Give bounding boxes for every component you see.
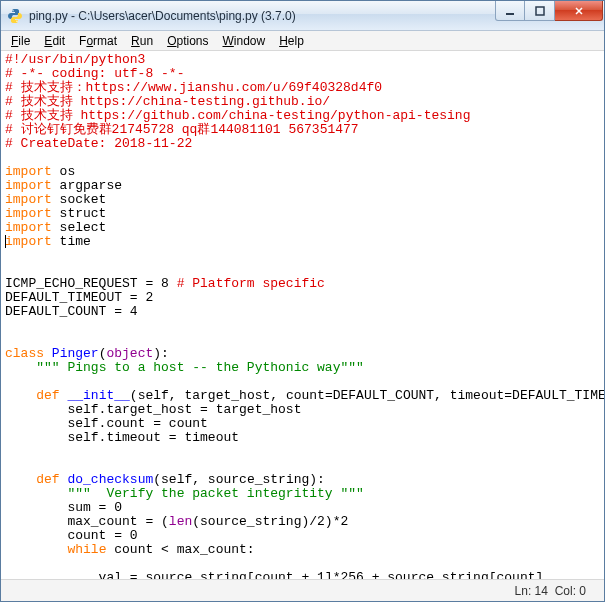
code-line bbox=[5, 375, 600, 389]
code-line: import os bbox=[5, 165, 600, 179]
code-line: import struct bbox=[5, 207, 600, 221]
svg-rect-2 bbox=[506, 13, 514, 15]
app-window: ping.py - C:\Users\acer\Documents\ping.p… bbox=[0, 0, 605, 602]
code-line bbox=[5, 249, 600, 263]
code-line: # 讨论钉钉免费群21745728 qq群144081101 567351477 bbox=[5, 123, 600, 137]
code-line: """ Pings to a host -- the Pythonic way"… bbox=[5, 361, 600, 375]
svg-rect-3 bbox=[536, 7, 544, 15]
menu-edit[interactable]: Edit bbox=[38, 32, 71, 50]
menu-help[interactable]: Help bbox=[273, 32, 310, 50]
code-line: val = source_string[count + 1]*256 + sou… bbox=[5, 571, 600, 579]
menu-options[interactable]: Options bbox=[161, 32, 214, 50]
close-button[interactable] bbox=[555, 1, 603, 21]
code-line bbox=[5, 319, 600, 333]
code-line: # 技术支持：https://www.jianshu.com/u/69f4032… bbox=[5, 81, 600, 95]
code-line: #!/usr/bin/python3 bbox=[5, 53, 600, 67]
code-line: """ Verify the packet integritity """ bbox=[5, 487, 600, 501]
statusbar: Ln: 14 Col: 0 bbox=[1, 579, 604, 601]
code-line: self.timeout = timeout bbox=[5, 431, 600, 445]
window-controls bbox=[495, 1, 603, 23]
menubar: File Edit Format Run Options Window Help bbox=[1, 31, 604, 51]
code-line: import argparse bbox=[5, 179, 600, 193]
titlebar[interactable]: ping.py - C:\Users\acer\Documents\ping.p… bbox=[1, 1, 604, 31]
status-col: Col: 0 bbox=[555, 584, 586, 598]
code-line: # 技术支持 https://github.com/china-testing/… bbox=[5, 109, 600, 123]
code-line: self.count = count bbox=[5, 417, 600, 431]
menu-window[interactable]: Window bbox=[217, 32, 272, 50]
code-line: sum = 0 bbox=[5, 501, 600, 515]
menu-format[interactable]: Format bbox=[73, 32, 123, 50]
code-line: # -*- coding: utf-8 -*- bbox=[5, 67, 600, 81]
code-line: max_count = (len(source_string)/2)*2 bbox=[5, 515, 600, 529]
code-line: import select bbox=[5, 221, 600, 235]
code-line: # CreateDate: 2018-11-22 bbox=[5, 137, 600, 151]
code-line bbox=[5, 263, 600, 277]
code-line bbox=[5, 151, 600, 165]
window-title: ping.py - C:\Users\acer\Documents\ping.p… bbox=[29, 9, 495, 23]
code-line: import time bbox=[5, 235, 600, 249]
code-line: while count < max_count: bbox=[5, 543, 600, 557]
code-line bbox=[5, 445, 600, 459]
code-line: def __init__(self, target_host, count=DE… bbox=[5, 389, 600, 403]
menu-run[interactable]: Run bbox=[125, 32, 159, 50]
svg-point-0 bbox=[12, 10, 13, 11]
python-icon bbox=[7, 8, 23, 24]
code-line: DEFAULT_COUNT = 4 bbox=[5, 305, 600, 319]
code-line: class Pinger(object): bbox=[5, 347, 600, 361]
code-line: # 技术支持 https://china-testing.github.io/ bbox=[5, 95, 600, 109]
svg-point-1 bbox=[16, 20, 17, 21]
code-line: DEFAULT_TIMEOUT = 2 bbox=[5, 291, 600, 305]
code-line: self.target_host = target_host bbox=[5, 403, 600, 417]
minimize-button[interactable] bbox=[495, 1, 525, 21]
code-line bbox=[5, 557, 600, 571]
code-line: ICMP_ECHO_REQUEST = 8 # Platform specifi… bbox=[5, 277, 600, 291]
code-line: import socket bbox=[5, 193, 600, 207]
status-line: Ln: 14 bbox=[515, 584, 548, 598]
code-line bbox=[5, 459, 600, 473]
code-editor[interactable]: #!/usr/bin/python3# -*- coding: utf-8 -*… bbox=[1, 51, 604, 579]
maximize-button[interactable] bbox=[525, 1, 555, 21]
code-line: count = 0 bbox=[5, 529, 600, 543]
code-line: def do_checksum(self, source_string): bbox=[5, 473, 600, 487]
menu-file[interactable]: File bbox=[5, 32, 36, 50]
code-line bbox=[5, 333, 600, 347]
